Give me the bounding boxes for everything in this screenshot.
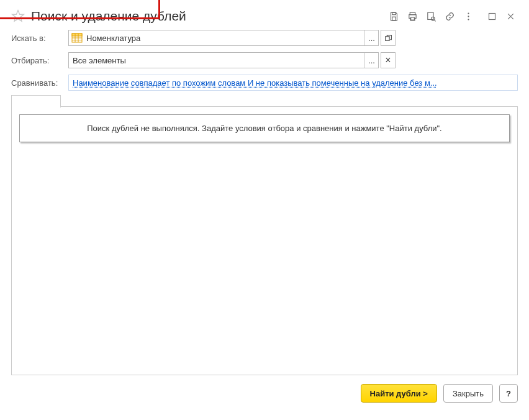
report-icon[interactable] [423,9,438,24]
svg-point-9 [468,16,469,17]
print-icon[interactable] [405,9,420,24]
favorite-star-icon[interactable] [11,9,25,23]
filter-label: Отбирать: [11,56,68,65]
search-in-open-button[interactable] [381,30,396,46]
search-in-select-button[interactable]: ... [364,30,378,45]
compare-value-link[interactable]: Наименование совпадает по похожим словам… [69,78,517,88]
search-in-label: Искать в: [11,34,68,43]
compare-field[interactable]: Наименование совпадает по похожим словам… [68,75,518,91]
maximize-icon[interactable] [484,9,499,24]
save-icon[interactable] [386,9,401,24]
catalog-icon [71,32,83,43]
close-window-icon[interactable] [503,9,518,24]
filter-select-button[interactable]: ... [364,53,378,68]
compare-label: Сравнивать: [11,78,68,88]
tab-blank[interactable] [11,95,61,107]
tab-strip [11,94,518,107]
svg-rect-20 [385,36,389,40]
svg-rect-11 [489,13,495,19]
filter-value: Все элементы [69,56,364,65]
svg-rect-4 [410,17,414,19]
more-icon[interactable] [461,9,476,24]
window-title: Поиск и удаление дублей [31,9,386,24]
info-notice: Поиск дублей не выполнялся. Задайте усло… [19,114,510,142]
svg-rect-15 [72,34,82,36]
find-duplicates-button[interactable]: Найти дубли > [361,384,437,403]
search-in-field[interactable]: Номенклатура ... [68,30,379,46]
svg-point-10 [468,19,469,20]
svg-rect-5 [427,12,433,19]
svg-point-8 [468,12,469,14]
svg-rect-2 [392,17,396,21]
close-button[interactable]: Закрыть [443,384,493,403]
filter-clear-button[interactable]: × [381,52,396,68]
results-area: Поиск дублей не выполнялся. Задайте усло… [11,107,518,375]
search-in-value: Номенклатура [84,34,364,43]
filter-field[interactable]: Все элементы ... [68,52,379,68]
svg-rect-1 [392,12,396,15]
svg-line-7 [434,20,435,21]
svg-marker-0 [12,11,24,21]
link-icon[interactable] [442,9,457,24]
help-button[interactable]: ? [499,384,518,403]
